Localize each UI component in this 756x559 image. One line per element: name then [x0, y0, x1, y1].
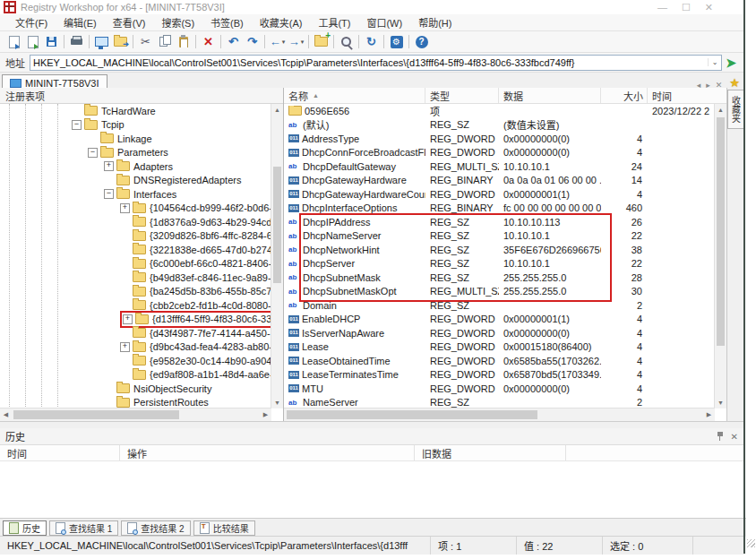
registry-value-row[interactable]: abDomainREG_SZ2 — [284, 298, 715, 313]
history-column-1[interactable]: 操作 — [120, 445, 415, 460]
registry-value-row[interactable]: abDhcpNameServerREG_SZ10.10.10.122 — [284, 229, 715, 244]
back-button[interactable]: ←▾ — [268, 33, 287, 50]
cut-button[interactable]: ✂ — [136, 33, 155, 50]
import-reg-file-button[interactable] — [4, 33, 23, 50]
dropdown-arrow-icon[interactable]: ▾ — [301, 39, 305, 46]
menu-item-f[interactable]: 文件(F) — [7, 14, 56, 30]
refresh-button[interactable]: ↻ — [362, 33, 381, 50]
bottom-tab-find[interactable]: 查找结果 2 — [121, 520, 190, 536]
tree-horizontal-scrollbar[interactable]: ◀ ▶ — [0, 408, 271, 421]
tree-item--3221838e-d665-47d0-b274[interactable]: {3221838e-d665-47d0-b274 — [0, 243, 271, 257]
print-button[interactable] — [67, 33, 86, 50]
history-column-0[interactable]: 时间 — [0, 445, 120, 460]
tree-item--1d8376a9-9d63-4b29-94cd[interactable]: {1d8376a9-9d63-4b29-94cd — [0, 215, 271, 229]
registry-value-row[interactable]: 011DhcpConnForceBroadcastFlagREG_DWORD0x… — [284, 146, 715, 160]
tree-item-tcpip[interactable]: −Tcpip — [0, 118, 271, 133]
address-input[interactable] — [30, 56, 708, 69]
tree-item--d13fff64-5ff9-4f83-80c6-33[interactable]: +{d13fff64-5ff9-4f83-80c6-33 — [0, 313, 271, 327]
list-hscroll-thumb[interactable] — [287, 410, 537, 419]
registry-value-row[interactable]: abDhcpSubnetMaskOptREG_MULTI_SZ255.255.2… — [284, 285, 715, 299]
list-horizontal-scrollbar[interactable]: ▶ — [284, 408, 715, 421]
scroll-right-icon[interactable]: ▶ — [703, 408, 715, 420]
tree-item--ba245d5b-83b6-455b-85c7[interactable]: {ba245d5b-83b6-455b-85c7 — [0, 285, 271, 299]
collapse-icon[interactable]: − — [104, 189, 114, 199]
tree-item-nsiobjectsecurity[interactable]: NsiObjectSecurity — [0, 382, 271, 396]
tree-vscroll-thumb[interactable] — [273, 167, 281, 283]
registry-value-row[interactable]: 0596E656项2023/12/22 2 — [284, 104, 715, 118]
registry-value-row[interactable]: 011LeaseTerminatesTimeREG_DWORD0x65870bd… — [284, 368, 715, 383]
maximize-button[interactable]: ☐ — [682, 2, 691, 13]
expand-icon[interactable]: + — [120, 203, 130, 213]
registry-value-row[interactable]: abDhcpServerREG_SZ10.10.10.122 — [284, 257, 715, 271]
pin-icon[interactable] — [717, 432, 724, 441]
favorites-vertical-tab[interactable]: 收藏夹 — [727, 90, 744, 129]
redo-button[interactable]: ↷ — [243, 33, 262, 50]
registry-value-row[interactable]: 011EnableDHCPREG_DWORD0x00000001(1)4 — [284, 313, 715, 327]
dropdown-arrow-icon[interactable]: ▾ — [282, 39, 286, 46]
menu-item-w[interactable]: 窗口(W) — [358, 14, 410, 30]
tree-item--ed9af808-a1b1-48d4-aa6e-[interactable]: {ed9af808-a1b1-48d4-aa6e- — [0, 368, 271, 383]
undo-button[interactable]: ↶ — [224, 33, 243, 50]
registry-value-row[interactable]: abDhcpNetworkHintREG_SZ35F6E676D26696675… — [284, 243, 715, 257]
scroll-up-icon[interactable]: ▲ — [715, 104, 726, 116]
scroll-right-icon[interactable]: ▶ — [260, 408, 271, 420]
bottom-tab-compare[interactable]: 比较结果 — [193, 520, 255, 536]
paste-button[interactable] — [174, 33, 193, 50]
scroll-down-icon[interactable]: ▼ — [715, 397, 726, 408]
history-close-button[interactable]: ✕ — [731, 432, 738, 442]
registry-value-row[interactable]: 011DhcpGatewayHardwareREG_BINARY0a 0a 0a… — [284, 174, 715, 188]
menu-item-b[interactable]: 书签(B) — [202, 14, 252, 30]
close-button[interactable]: ✕ — [705, 2, 713, 13]
forward-button[interactable]: →▾ — [287, 33, 305, 50]
list-vertical-scrollbar[interactable]: ▲ ▼ — [714, 104, 726, 408]
minimize-button[interactable]: — — [657, 2, 667, 13]
expand-icon[interactable]: + — [104, 161, 114, 171]
help-button[interactable]: ? — [412, 33, 431, 50]
expand-icon[interactable]: + — [120, 342, 130, 352]
registry-value-row[interactable]: abDhcpSubnetMaskREG_SZ255.255.255.028 — [284, 271, 715, 285]
tree-item--e9582e30-0c14-4b90-a904-[interactable]: {e9582e30-0c14-4b90-a904- — [0, 354, 271, 368]
open-folder-button[interactable] — [111, 33, 130, 50]
history-column-2[interactable]: 旧数据 — [415, 445, 566, 460]
list-vscroll-thumb[interactable] — [717, 117, 725, 346]
tree-item--6c000ebf-66c0-4821-8406-[interactable]: {6c000ebf-66c0-4821-8406- — [0, 257, 271, 271]
expand-icon[interactable]: + — [123, 314, 133, 324]
save-button[interactable] — [42, 33, 61, 50]
tree-item-interfaces[interactable]: −Interfaces — [0, 187, 271, 202]
go-button[interactable]: ➤ — [722, 56, 740, 70]
tree-item-parameters[interactable]: −Parameters — [0, 146, 271, 160]
column-header-time[interactable]: 时间 — [648, 88, 726, 103]
tree-item--d43f4987-7fe7-4144-a450-[interactable]: {d43f4987-7fe7-4144-a450- — [0, 326, 271, 340]
registry-value-row[interactable]: abDhcpDefaultGatewayREG_MULTI_SZ10.10.10… — [284, 159, 715, 174]
delete-button[interactable]: ✕ — [199, 33, 218, 50]
find-button[interactable] — [337, 33, 356, 50]
registry-value-row[interactable]: 011DhcpInterfaceOptionsREG_BINARYfc 00 0… — [284, 202, 715, 216]
new-key-button[interactable] — [312, 33, 331, 50]
scroll-down-icon[interactable]: ▼ — [271, 397, 283, 408]
registry-value-row[interactable]: 011DhcpGatewayHardwareCountREG_DWORD0x00… — [284, 187, 715, 202]
tree-vertical-scrollbar[interactable]: ▲ ▼ — [271, 104, 283, 408]
column-header-name[interactable]: 名称 ▲ — [284, 88, 425, 103]
tree-item--d9bc43ad-fea4-4283-ab80-[interactable]: +{d9bc43ad-fea4-4283-ab80- — [0, 340, 271, 355]
menu-item-a[interactable]: 收藏夹(A) — [252, 14, 311, 30]
bottom-tab-history[interactable]: 历史 — [3, 520, 47, 536]
export-reg-file-button[interactable] — [23, 33, 42, 50]
collapse-icon[interactable]: − — [72, 120, 82, 130]
tree-hscroll-thumb[interactable] — [13, 410, 179, 419]
registry-value-row[interactable]: 011IsServerNapAwareREG_DWORD0x00000000(0… — [284, 326, 715, 340]
collapse-icon[interactable]: − — [88, 148, 98, 158]
tree-item-dnsregisteredadapters[interactable]: DNSRegisteredAdapters — [0, 174, 271, 188]
copy-button[interactable] — [155, 33, 174, 50]
registry-value-row[interactable]: ab(默认)REG_SZ(数值未设置) — [284, 118, 715, 133]
tree-item-linkage[interactable]: Linkage — [0, 132, 271, 146]
registry-value-row[interactable]: 011AddressTypeREG_DWORD0x00000000(0)4 — [284, 132, 715, 146]
local-computer-button[interactable] — [92, 33, 111, 50]
menu-item-t[interactable]: 工具(T) — [310, 14, 358, 30]
tree-item--3209d826-8bf6-4ffc-8284-6[interactable]: {3209d826-8bf6-4ffc-8284-6 — [0, 229, 271, 244]
tree-item--b49d83ef-c846-11ec-9a89-[interactable]: {b49d83ef-c846-11ec-9a89- — [0, 271, 271, 285]
registry-value-row[interactable]: 011LeaseREG_DWORD0x00015180(86400)4 — [284, 340, 715, 355]
tree-item-tchardware[interactable]: TcHardWare — [0, 104, 271, 118]
menu-item-e[interactable]: 编辑(E) — [56, 14, 105, 30]
bottom-tab-find[interactable]: 查找结果 1 — [49, 520, 118, 536]
tree-item-adapters[interactable]: +Adapters — [0, 159, 271, 174]
